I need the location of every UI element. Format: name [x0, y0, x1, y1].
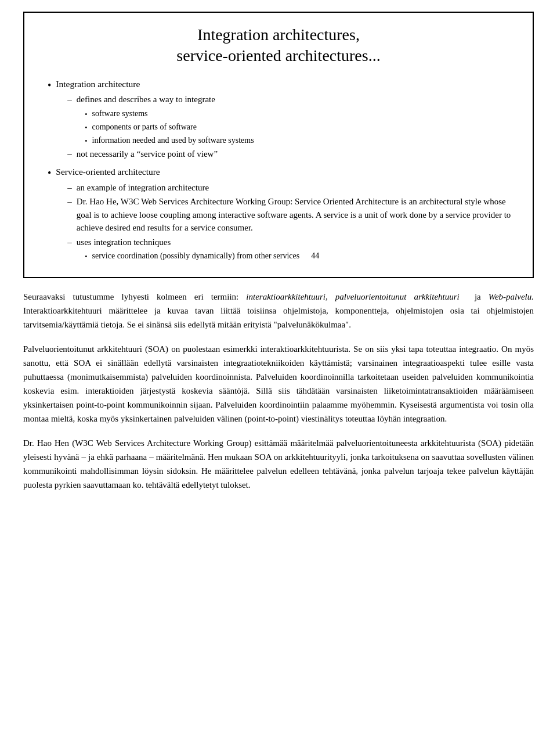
- dash-text-hao-he: Dr. Hao He, W3C Web Services Architectur…: [77, 195, 515, 235]
- body-paragraph-2: Palveluorientoitunut arkkitehtuuri (SOA)…: [23, 342, 534, 426]
- slide-title: Integration architectures, service-orien…: [42, 24, 515, 67]
- dash-marker-3: –: [67, 181, 72, 195]
- dash-text-uses-integration: uses integration techniques: [77, 236, 171, 249]
- sub-bullet-marker-4: •: [85, 251, 87, 262]
- sub-bullet-text-coordination: service coordination (possibly dynamical…: [92, 250, 300, 262]
- sub-bullet-marker-1: •: [85, 109, 87, 120]
- sub-components: • components or parts of software: [85, 121, 254, 133]
- bullet-integration-arch: • Integration architecture – defines and…: [48, 77, 515, 162]
- dash-defines: – defines and describes a way to integra…: [67, 93, 254, 106]
- sub-bullet-text-information: information needed and used by software …: [92, 134, 254, 146]
- dash-marker-2: –: [67, 147, 72, 161]
- dash-text-not-necessarily: not necessarily a “service point of view…: [77, 147, 218, 161]
- bullet-text-integration-arch: Integration architecture: [56, 79, 140, 89]
- dash-not-necessarily: – not necessarily a “service point of vi…: [67, 147, 254, 161]
- body-paragraph-3: Dr. Hao Hen (W3C Web Services Architectu…: [23, 436, 534, 492]
- architecture-label: Architecture: [147, 438, 190, 448]
- sub-information: • information needed and used by softwar…: [85, 134, 254, 146]
- body-paragraph-1: Seuraavaksi tutustumme lyhyesti kolmeen …: [23, 290, 534, 332]
- dash-uses-integration: – uses integration techniques: [67, 236, 515, 249]
- dash-example: – an example of integration architecture: [67, 181, 515, 195]
- slide-bullets: • Integration architecture – defines and…: [48, 77, 515, 264]
- sub-bullet-text-components: components or parts of software: [92, 121, 197, 133]
- bullet-marker-2: •: [48, 165, 51, 181]
- sub-bullet-marker-3: •: [85, 136, 87, 146]
- sub-service-coordination: • service coordination (possibly dynamic…: [85, 250, 515, 262]
- sub-software-systems: • software systems: [85, 107, 254, 120]
- dash-hao-he: – Dr. Hao He, W3C Web Services Architect…: [67, 195, 515, 235]
- bullet-text-soa: Service-oriented architecture: [56, 167, 160, 177]
- sub-bullet-text-software-systems: software systems: [92, 107, 148, 120]
- dash-text-defines: defines and describes a way to integrate: [77, 93, 215, 106]
- dash-marker-5: –: [67, 236, 72, 249]
- bullet-soa: • Service-oriented architecture – an exa…: [48, 165, 515, 263]
- dash-text-example: an example of integration architecture: [77, 181, 209, 195]
- slide-container: Integration architectures, service-orien…: [23, 12, 534, 278]
- sub-bullet-marker-2: •: [85, 123, 87, 133]
- page-number-inline: 44: [311, 250, 319, 262]
- dash-marker-1: –: [67, 93, 72, 106]
- bullet-marker-1: •: [48, 78, 51, 93]
- services-label: Services: [115, 438, 144, 448]
- dash-marker-4: –: [67, 195, 72, 208]
